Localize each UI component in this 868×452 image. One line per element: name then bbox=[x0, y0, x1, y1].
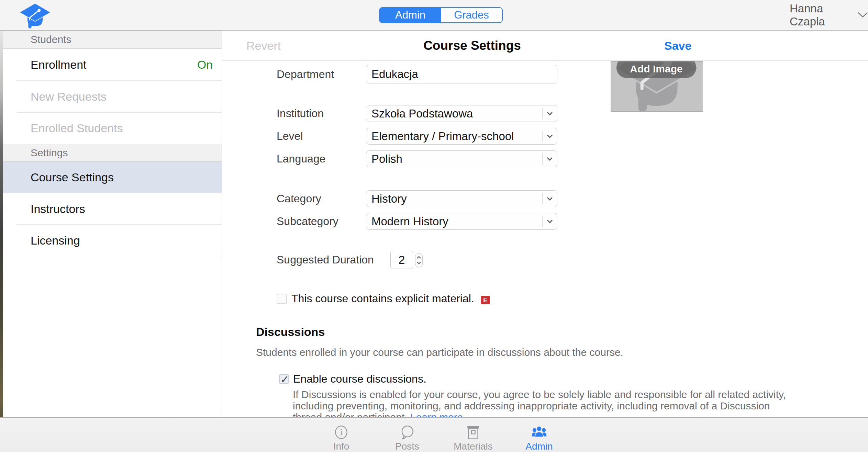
sidebar-item-label: Course Settings bbox=[31, 171, 114, 184]
chevron-down-icon bbox=[542, 151, 557, 167]
institution-select[interactable]: Szkoła Podstawowa bbox=[366, 105, 557, 122]
discussions-description: Students enrolled in your course can par… bbox=[256, 347, 623, 358]
language-select[interactable]: Polish bbox=[366, 150, 557, 167]
learn-more-link[interactable]: Learn more bbox=[410, 411, 463, 417]
language-label: Language bbox=[277, 150, 325, 167]
discussions-heading: Discussions bbox=[256, 325, 325, 339]
user-name: Hanna Czapla bbox=[790, 2, 853, 28]
subcategory-label: Subcategory bbox=[277, 213, 338, 230]
level-value: Elementary / Primary-school bbox=[366, 130, 542, 143]
suggested-duration-label: Suggested Duration bbox=[277, 248, 374, 271]
sidebar-item-label: New Requests bbox=[31, 90, 107, 103]
tab-posts[interactable]: Posts bbox=[383, 418, 431, 452]
top-bar: Admin Grades Hanna Czapla bbox=[0, 0, 868, 31]
stepper-down-icon[interactable] bbox=[416, 261, 421, 264]
app-window: Admin Grades Hanna Czapla Students Enrol… bbox=[0, 0, 868, 452]
sidebar-section-students: Students bbox=[3, 31, 222, 49]
sidebar-item-new-requests[interactable]: New Requests bbox=[3, 81, 222, 113]
language-value: Polish bbox=[366, 152, 542, 166]
subcategory-select[interactable]: Modern History bbox=[366, 213, 557, 230]
sidebar-item-label: Instructors bbox=[31, 202, 85, 216]
department-label: Department bbox=[277, 65, 334, 83]
sidebar-item-label: Enrolled Students bbox=[31, 122, 123, 135]
sidebar: Students Enrollment On New Requests Enro… bbox=[3, 31, 222, 417]
info-icon: i bbox=[332, 425, 350, 440]
chevron-down-icon bbox=[542, 105, 557, 122]
save-button[interactable]: Save bbox=[664, 31, 691, 61]
explicit-badge: E bbox=[481, 296, 490, 304]
chevron-down-icon bbox=[542, 128, 557, 144]
stepper-up-icon[interactable] bbox=[416, 256, 421, 259]
bottom-tab-bar: i Info Posts Materials bbox=[0, 417, 868, 452]
admin-icon bbox=[530, 425, 549, 440]
category-label: Category bbox=[277, 190, 321, 207]
sidebar-item-enrolled-students[interactable]: Enrolled Students bbox=[3, 113, 222, 144]
sidebar-item-enrollment[interactable]: Enrollment On bbox=[3, 49, 222, 81]
posts-icon bbox=[398, 425, 416, 440]
tab-info[interactable]: i Info bbox=[317, 418, 365, 452]
sidebar-item-instructors[interactable]: Instructors bbox=[3, 193, 222, 225]
sidebar-item-label: Enrollment bbox=[31, 58, 87, 71]
category-value: History bbox=[366, 192, 542, 205]
subcategory-value: Modern History bbox=[366, 215, 542, 228]
discussions-legal-text: If Discussions is enabled for your cours… bbox=[293, 389, 788, 417]
category-select[interactable]: History bbox=[366, 190, 557, 207]
tab-grades[interactable]: Grades bbox=[441, 8, 502, 22]
svg-text:i: i bbox=[340, 428, 343, 437]
graduation-cap-icon bbox=[12, 3, 58, 30]
level-select[interactable]: Elementary / Primary-school bbox=[366, 128, 557, 145]
explicit-material-label: This course contains explicit material. bbox=[291, 292, 474, 305]
enable-discussions-label: Enable course discussions. bbox=[293, 373, 426, 385]
level-label: Level bbox=[277, 128, 303, 145]
pane-header: Revert Course Settings Save bbox=[222, 31, 868, 61]
explicit-material-checkbox[interactable] bbox=[277, 294, 287, 304]
sidebar-item-label: Licensing bbox=[31, 234, 80, 247]
sidebar-section-settings: Settings bbox=[3, 144, 222, 162]
user-menu[interactable]: Hanna Czapla bbox=[790, 0, 868, 30]
sidebar-item-licensing[interactable]: Licensing bbox=[3, 225, 222, 256]
chevron-down-icon bbox=[857, 11, 868, 19]
page-title: Course Settings bbox=[222, 31, 722, 61]
view-switcher: Admin Grades bbox=[379, 7, 503, 23]
chevron-down-icon bbox=[542, 191, 557, 207]
add-image-button[interactable]: Add Image bbox=[616, 61, 696, 78]
tab-admin[interactable]: Admin bbox=[380, 8, 441, 22]
institution-label: Institution bbox=[277, 105, 324, 122]
sidebar-item-course-settings[interactable]: Course Settings bbox=[3, 162, 222, 193]
enable-discussions-row: Enable course discussions. bbox=[279, 373, 426, 385]
materials-icon bbox=[464, 425, 482, 440]
enrollment-status-value: On bbox=[197, 58, 213, 71]
tab-materials[interactable]: Materials bbox=[449, 418, 497, 452]
explicit-material-row: This course contains explicit material. … bbox=[277, 292, 490, 305]
chevron-down-icon bbox=[542, 213, 557, 229]
department-field[interactable] bbox=[366, 65, 557, 83]
duration-stepper[interactable] bbox=[415, 253, 423, 267]
background-photo-edge bbox=[0, 31, 3, 452]
course-image-placeholder[interactable]: Add Image bbox=[611, 61, 703, 112]
course-settings-pane: Revert Course Settings Save Department I… bbox=[222, 31, 868, 417]
tab-admin[interactable]: Admin bbox=[515, 418, 563, 452]
enable-discussions-checkbox[interactable] bbox=[279, 374, 289, 384]
institution-value: Szkoła Podstawowa bbox=[366, 107, 542, 120]
suggested-duration-field[interactable] bbox=[390, 251, 413, 269]
